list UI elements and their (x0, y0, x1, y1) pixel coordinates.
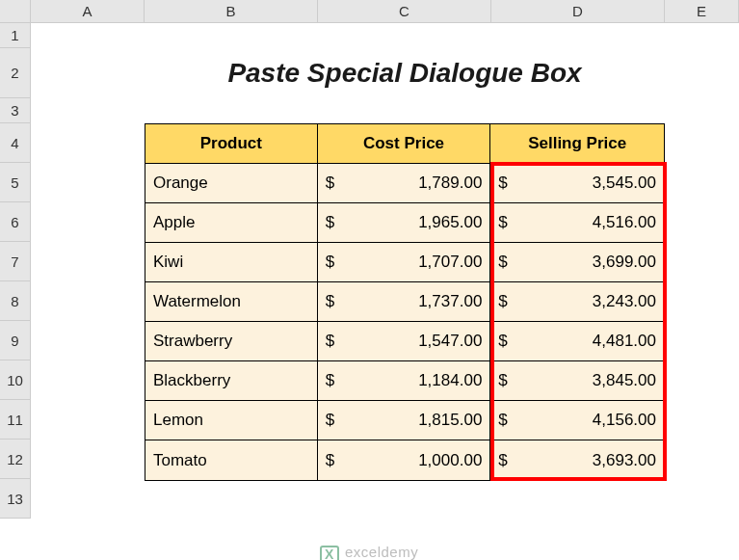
currency-symbol: $ (498, 213, 507, 232)
cell-cost[interactable]: $1,000.00 (318, 440, 491, 480)
table-row: Watermelon $1,737.00 $3,243.00 (145, 282, 664, 322)
row-header-12[interactable]: 12 (0, 440, 31, 479)
cost-value: 1,000.00 (418, 451, 482, 470)
table-row: Tomato $1,000.00 $3,693.00 (145, 440, 664, 480)
table-row: Blackberry $1,184.00 $3,845.00 (145, 361, 664, 401)
cell-cost[interactable]: $1,547.00 (318, 322, 491, 361)
currency-symbol: $ (326, 371, 334, 390)
selling-value: 3,845.00 (593, 371, 656, 390)
table-row: Orange $1,789.00 $3,545.00 (145, 164, 664, 203)
cell-cost[interactable]: $1,184.00 (318, 361, 491, 401)
column-header-E[interactable]: E (665, 0, 739, 22)
cell-selling[interactable]: $3,545.00 (490, 164, 664, 203)
selling-value: 4,481.00 (593, 332, 656, 351)
selling-value: 4,156.00 (593, 411, 656, 430)
currency-symbol: $ (498, 332, 507, 351)
page-title: Paste Special Dialogue Box (145, 48, 665, 98)
row-header-10[interactable]: 10 (0, 360, 31, 400)
cost-value: 1,547.00 (418, 332, 482, 351)
cost-value: 1,707.00 (418, 253, 482, 272)
cell-cost[interactable]: $1,707.00 (318, 243, 491, 282)
header-product[interactable]: Product (145, 124, 318, 164)
cell-selling[interactable]: $3,243.00 (490, 282, 664, 322)
table-row: Lemon $1,815.00 $4,156.00 (145, 401, 664, 440)
currency-symbol: $ (498, 253, 507, 272)
cell-cost[interactable]: $1,815.00 (318, 401, 491, 440)
currency-symbol: $ (498, 411, 507, 430)
cell-product[interactable]: Lemon (145, 401, 318, 440)
cell-selling[interactable]: $3,693.00 (490, 440, 664, 480)
table-row: Strawberry $1,547.00 $4,481.00 (145, 322, 664, 361)
exceldemy-logo-icon (320, 546, 339, 560)
row-header-6[interactable]: 6 (0, 202, 31, 242)
selling-value: 3,693.00 (593, 451, 656, 470)
row-header-1[interactable]: 1 (0, 23, 31, 48)
currency-symbol: $ (498, 451, 507, 470)
column-header-C[interactable]: C (318, 0, 491, 22)
cell-selling[interactable]: $4,481.00 (490, 322, 664, 361)
currency-symbol: $ (326, 411, 334, 430)
cell-cost[interactable]: $1,965.00 (318, 203, 491, 243)
cost-value: 1,789.00 (418, 173, 482, 193)
row-header-13[interactable]: 13 (0, 479, 31, 519)
column-header-B[interactable]: B (145, 0, 318, 22)
currency-symbol: $ (498, 292, 507, 311)
cost-value: 1,184.00 (418, 371, 482, 390)
watermark: exceldemy EXCEL · DATA · BI (320, 544, 426, 560)
header-selling-price[interactable]: Selling Price (490, 124, 664, 164)
cell-selling[interactable]: $3,699.00 (490, 243, 664, 282)
selling-value: 4,516.00 (593, 213, 656, 232)
table-row: Kiwi $1,707.00 $3,699.00 (145, 243, 664, 282)
selling-value: 3,243.00 (593, 292, 656, 311)
spreadsheet-view: A B C D E 1 2 3 4 5 6 7 8 9 10 11 12 13 … (0, 0, 739, 560)
cost-value: 1,737.00 (418, 292, 482, 311)
cell-grid[interactable]: Paste Special Dialogue Box Product Cost … (31, 23, 739, 560)
table-header-row: Product Cost Price Selling Price (145, 124, 664, 164)
cell-cost[interactable]: $1,737.00 (318, 282, 491, 322)
cell-product[interactable]: Blackberry (145, 361, 318, 401)
row-header-11[interactable]: 11 (0, 400, 31, 440)
data-table: Product Cost Price Selling Price Orange … (145, 123, 665, 481)
cell-product[interactable]: Orange (145, 164, 318, 203)
cell-product[interactable]: Strawberry (145, 322, 318, 361)
column-header-row: A B C D E (0, 0, 739, 23)
header-cost-price[interactable]: Cost Price (318, 124, 491, 164)
currency-symbol: $ (326, 292, 334, 311)
cost-value: 1,815.00 (418, 411, 482, 430)
currency-symbol: $ (326, 213, 334, 232)
selling-value: 3,699.00 (593, 253, 656, 272)
currency-symbol: $ (326, 332, 334, 351)
row-header-8[interactable]: 8 (0, 281, 31, 321)
cell-selling[interactable]: $4,156.00 (490, 401, 664, 440)
cost-value: 1,965.00 (418, 213, 482, 232)
select-all-corner[interactable] (0, 0, 31, 22)
cell-product[interactable]: Watermelon (145, 282, 318, 322)
cell-product[interactable]: Apple (145, 203, 318, 243)
row-header-3[interactable]: 3 (0, 98, 31, 123)
row-header-4[interactable]: 4 (0, 123, 31, 163)
row-header-2[interactable]: 2 (0, 48, 31, 98)
row-header-9[interactable]: 9 (0, 321, 31, 360)
selling-value: 3,545.00 (593, 173, 656, 193)
currency-symbol: $ (498, 173, 507, 193)
column-header-A[interactable]: A (31, 0, 145, 22)
row-header-5[interactable]: 5 (0, 163, 31, 202)
cell-product[interactable]: Tomato (145, 440, 318, 480)
cell-selling[interactable]: $3,845.00 (490, 361, 664, 401)
currency-symbol: $ (326, 253, 334, 272)
row-header-7[interactable]: 7 (0, 242, 31, 281)
cell-product[interactable]: Kiwi (145, 243, 318, 282)
cell-selling[interactable]: $4,516.00 (490, 203, 664, 243)
table-row: Apple $1,965.00 $4,516.00 (145, 203, 664, 243)
cell-cost[interactable]: $1,789.00 (318, 164, 491, 203)
currency-symbol: $ (326, 451, 334, 470)
currency-symbol: $ (498, 371, 507, 390)
currency-symbol: $ (326, 173, 334, 193)
column-header-D[interactable]: D (491, 0, 665, 22)
